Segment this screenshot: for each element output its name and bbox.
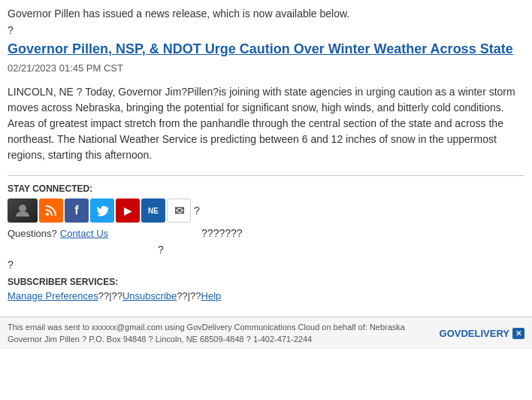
- govdelivery-logo: GOVDELIVERY ✕: [440, 328, 524, 339]
- question-mark-3: ?: [8, 259, 524, 271]
- facebook-letter: f: [74, 204, 78, 217]
- subscriber-label: SUBSCRIBER SERVICES:: [8, 277, 524, 287]
- manage-preferences-link[interactable]: Manage Preferences: [8, 290, 98, 302]
- subscriber-links: Manage Preferences??|??Unsubscribe??|??H…: [8, 290, 524, 302]
- article-body: LINCOLN, NE ? Today, Governor Jim?Pillen…: [8, 84, 524, 163]
- help-link[interactable]: Help: [201, 290, 222, 302]
- photo-placeholder: [8, 198, 38, 223]
- email-question: ?: [194, 205, 200, 217]
- footer-bar: This email was sent to xxxxxx@gmail.com …: [0, 317, 532, 350]
- intro-text: Governor Pillen has issued a news releas…: [8, 8, 524, 20]
- questions-text: Questions?: [8, 228, 57, 239]
- article-link[interactable]: Governor Pillen, NSP, & NDOT Urge Cautio…: [8, 41, 513, 56]
- small-question-2: ?: [158, 244, 164, 256]
- stay-connected-label: STAY CONNECTED:: [8, 183, 524, 194]
- question-marks-right: ???????: [201, 227, 243, 239]
- sep1: ??|??: [98, 290, 122, 302]
- contact-us-link[interactable]: Contact Us: [60, 228, 108, 239]
- divider: [8, 175, 524, 176]
- question-mark-1: ?: [8, 24, 524, 36]
- questions-row: Questions? Contact Us ???????: [8, 227, 524, 239]
- facebook-icon[interactable]: f: [65, 198, 89, 223]
- footer-text: This email was sent to xxxxxx@gmail.com …: [8, 322, 440, 345]
- unsubscribe-link[interactable]: Unsubscribe: [122, 290, 177, 302]
- twitter-icon[interactable]: [90, 198, 114, 223]
- rss-icon[interactable]: [39, 198, 63, 223]
- svg-point-1: [46, 213, 49, 216]
- stay-connected-section: STAY CONNECTED: f: [8, 183, 524, 271]
- profile-photo-icon: [8, 198, 38, 223]
- govdelivery-text: GOVDELIVERY: [440, 328, 509, 339]
- govdelivery-box: ✕: [512, 328, 524, 339]
- email-icon[interactable]: ✉: [167, 198, 191, 223]
- youtube-icon[interactable]: ▶: [116, 198, 140, 223]
- subscriber-section: SUBSCRIBER SERVICES: Manage Preferences?…: [8, 277, 524, 302]
- date-line: 02/21/2023 01:45 PM CST: [8, 62, 524, 74]
- svg-point-0: [19, 205, 26, 212]
- article-title[interactable]: Governor Pillen, NSP, & NDOT Urge Cautio…: [8, 41, 524, 58]
- sep2: ??|??: [177, 290, 201, 302]
- social-icons-row: f ▶ NE ✉ ?: [8, 198, 524, 223]
- ne-icon[interactable]: NE: [141, 198, 165, 223]
